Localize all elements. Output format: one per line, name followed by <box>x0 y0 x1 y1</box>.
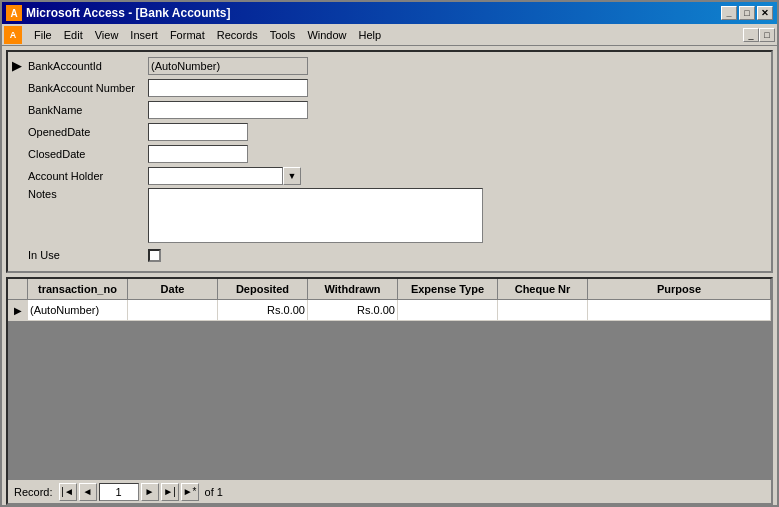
maximize-button[interactable]: □ <box>739 6 755 20</box>
field-row-account-holder: Account Holder ▼ <box>28 166 763 186</box>
input-bankname[interactable] <box>148 101 308 119</box>
title-bar: A Microsoft Access - [Bank Accounts] _ □… <box>2 2 777 24</box>
nav-prev-button[interactable]: ◄ <box>79 483 97 501</box>
field-row-closeddate: ClosedDate <box>28 144 763 164</box>
title-bar-left: A Microsoft Access - [Bank Accounts] <box>6 5 231 21</box>
nav-current-record[interactable] <box>99 483 139 501</box>
col-header-cheque-nr: Cheque Nr <box>498 279 588 299</box>
row-indicator-header <box>8 279 28 299</box>
app-menu-icon[interactable]: A <box>4 26 22 44</box>
field-row-bankname: BankName <box>28 100 763 120</box>
form-fields: BankAccountId BankAccount Number BankNam… <box>28 56 763 267</box>
cell-date[interactable] <box>128 300 218 320</box>
cell-withdrawn[interactable]: Rs.0.00 <box>308 300 398 320</box>
mdi-minimize-button[interactable]: _ <box>743 28 759 42</box>
nav-new-button[interactable]: ►* <box>181 483 199 501</box>
input-bankaccountid[interactable] <box>148 57 308 75</box>
col-header-transaction-no: transaction_no <box>28 279 128 299</box>
field-row-in-use: In Use <box>28 245 763 265</box>
nav-of: of 1 <box>205 486 223 498</box>
form-area: ▶ BankAccountId BankAccount Number BankN… <box>6 50 773 273</box>
menu-edit[interactable]: Edit <box>58 27 89 43</box>
label-bankname: BankName <box>28 104 148 116</box>
field-row-openeddate: OpenedDate <box>28 122 763 142</box>
checkbox-in-use[interactable] <box>148 249 161 262</box>
cell-expense-type[interactable] <box>398 300 498 320</box>
col-header-deposited: Deposited <box>218 279 308 299</box>
app-icon: A <box>6 5 22 21</box>
col-header-expense-type: Expense Type <box>398 279 498 299</box>
label-in-use: In Use <box>28 249 148 261</box>
nav-next-button[interactable]: ► <box>141 483 159 501</box>
close-button[interactable]: ✕ <box>757 6 773 20</box>
subform-area: transaction_no Date Deposited Withdrawn … <box>6 277 773 505</box>
field-row-bankaccountid: BankAccountId <box>28 56 763 76</box>
label-closeddate: ClosedDate <box>28 148 148 160</box>
nav-first-button[interactable]: |◄ <box>59 483 77 501</box>
menu-insert[interactable]: Insert <box>124 27 164 43</box>
main-content: ▶ BankAccountId BankAccount Number BankN… <box>2 46 777 507</box>
menu-tools[interactable]: Tools <box>264 27 302 43</box>
app-title: Microsoft Access - [Bank Accounts] <box>26 6 231 20</box>
field-row-notes: Notes <box>28 188 763 243</box>
table-header: transaction_no Date Deposited Withdrawn … <box>8 279 771 300</box>
label-bankaccount-number: BankAccount Number <box>28 82 148 94</box>
col-header-date: Date <box>128 279 218 299</box>
input-notes[interactable] <box>148 188 483 243</box>
table-row[interactable]: ▶ (AutoNumber) Rs.0.00 Rs.0.00 <box>8 300 771 321</box>
input-openeddate[interactable] <box>148 123 248 141</box>
dropdown-btn-account-holder[interactable]: ▼ <box>283 167 301 185</box>
menu-records[interactable]: Records <box>211 27 264 43</box>
mdi-restore-button[interactable]: □ <box>759 28 775 42</box>
menu-window[interactable]: Window <box>301 27 352 43</box>
col-header-withdrawn: Withdrawn <box>308 279 398 299</box>
nav-label: Record: <box>14 486 53 498</box>
menu-file[interactable]: File <box>28 27 58 43</box>
cell-transaction-no[interactable]: (AutoNumber) <box>28 300 128 320</box>
menu-bar: A File Edit View Insert Format Records T… <box>2 24 777 46</box>
row-indicator-cell: ▶ <box>8 300 28 320</box>
label-bankaccountid: BankAccountId <box>28 60 148 72</box>
input-account-holder[interactable] <box>148 167 283 185</box>
title-bar-buttons: _ □ ✕ <box>721 6 773 20</box>
label-notes: Notes <box>28 188 148 200</box>
field-row-bankaccount-number: BankAccount Number <box>28 78 763 98</box>
input-bankaccount-number[interactable] <box>148 79 308 97</box>
menu-help[interactable]: Help <box>353 27 388 43</box>
label-openeddate: OpenedDate <box>28 126 148 138</box>
menu-format[interactable]: Format <box>164 27 211 43</box>
nav-last-button[interactable]: ►| <box>161 483 179 501</box>
cell-cheque-nr[interactable] <box>498 300 588 320</box>
cell-purpose[interactable] <box>588 300 771 320</box>
nav-bar: Record: |◄ ◄ ► ►| ►* of 1 <box>8 479 771 503</box>
cell-deposited[interactable]: Rs.0.00 <box>218 300 308 320</box>
table-empty-area <box>8 321 771 479</box>
minimize-button[interactable]: _ <box>721 6 737 20</box>
dropdown-account-holder[interactable]: ▼ <box>148 167 301 185</box>
menu-view[interactable]: View <box>89 27 125 43</box>
form-body: ▶ BankAccountId BankAccount Number BankN… <box>12 56 763 267</box>
label-account-holder: Account Holder <box>28 170 148 182</box>
col-header-purpose: Purpose <box>588 279 771 299</box>
record-arrow: ▶ <box>12 56 28 267</box>
input-closeddate[interactable] <box>148 145 248 163</box>
